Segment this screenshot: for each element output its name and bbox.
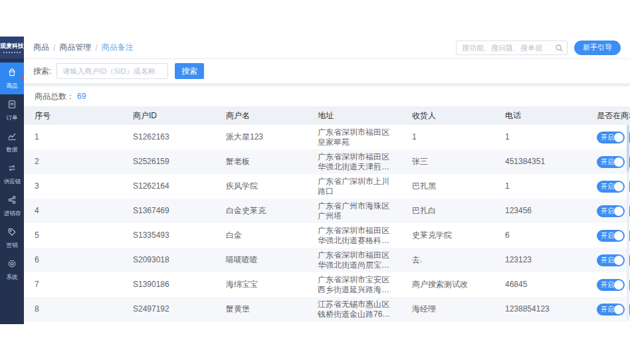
breadcrumb: 商品 / 商品管理 / 商品备注 xyxy=(33,42,134,53)
cell-phone: 1 xyxy=(494,125,586,149)
toggle-knob-icon xyxy=(614,280,623,290)
toggle-knob-icon xyxy=(614,182,623,191)
logo-text: 观麦科技 xyxy=(0,42,24,50)
cell-address: 广东省深圳市福田区华强北街道赛格科技园公寓区 xyxy=(307,223,401,248)
toggle-knob-icon xyxy=(614,256,623,265)
col-header-index: 序号 xyxy=(24,106,122,125)
cell-merchant-name: 蟹老板 xyxy=(215,149,307,174)
cell-phone: 6 xyxy=(494,223,586,248)
merchant-search-input[interactable] xyxy=(56,63,168,79)
mall-display-toggle[interactable]: 开启 xyxy=(597,181,625,193)
total-row: 商品总数： 69 xyxy=(24,86,630,106)
table-row: 6 S2093018 嘻唛喳喳 广东省深圳市福田区华强北街道尚层宝弘商务大厦 去… xyxy=(24,248,630,272)
exchange-icon xyxy=(7,163,17,176)
mall-display-toggle[interactable]: 开启 xyxy=(597,304,625,316)
vertical-scrollbar[interactable] xyxy=(627,125,629,320)
cell-mall-display: 开启开启 xyxy=(586,248,630,272)
cell-address: 广东省广深圳市上川路口 xyxy=(307,174,401,199)
cell-phone: 451384351 xyxy=(494,149,586,174)
sidebar-item-system[interactable]: 系统 xyxy=(0,254,24,286)
cell-phone: 123123 xyxy=(494,248,586,272)
mall-display-toggle[interactable]: 开启 xyxy=(597,230,625,242)
cell-index: 2 xyxy=(24,149,122,174)
table-row: 1 S1262163 派大星123 广东省深圳市福田区皇家翠苑 1 1 开启开启 xyxy=(24,125,630,149)
toggle-knob-icon xyxy=(614,207,623,216)
cell-merchant-name: 嘻唛喳喳 xyxy=(215,248,307,272)
filter-label: 搜索: xyxy=(33,66,51,77)
cell-merchant-name: 蟹黄堡 xyxy=(215,297,307,321)
table-row: 2 S2526159 蟹老板 广东省深圳市福田区华强北街道天津煎饼果子上步工业区… xyxy=(24,149,630,174)
sidebar-item-label: 系统 xyxy=(6,273,17,281)
col-header-merchant-id: 商户ID xyxy=(122,106,215,125)
sidebar-item-data[interactable]: 数据 xyxy=(0,126,24,158)
logo[interactable]: 观麦科技 xyxy=(0,37,24,58)
sidebar-item-goods[interactable]: 商品 xyxy=(0,62,24,94)
breadcrumb-goods[interactable]: 商品 xyxy=(33,42,49,53)
cell-index: 4 xyxy=(24,199,122,223)
cell-address: 广东省广州市海珠区广州塔 xyxy=(307,199,401,223)
cell-mall-display: 开启开启 xyxy=(586,149,630,174)
table-body: 1 S1262163 派大星123 广东省深圳市福田区皇家翠苑 1 1 开启开启… xyxy=(24,125,630,321)
cell-address: 广东省深圳市宝安区西乡街道延兴路海滨公园 xyxy=(307,272,401,297)
global-search-input[interactable] xyxy=(456,41,568,55)
toggle-knob-icon xyxy=(614,231,623,240)
sidebar-item-label: 供应链 xyxy=(3,177,21,185)
cell-merchant-name: 疾风学院 xyxy=(215,174,307,199)
table-row: 3 S1262164 疾风学院 广东省广深圳市上川路口 巴扎黑 1 开启开启 xyxy=(24,174,630,199)
mall-display-toggle[interactable]: 开启 xyxy=(597,132,625,143)
cell-address: 广东省深圳市福田区皇家翠苑 xyxy=(307,125,401,149)
mall-display-toggle[interactable]: 开启 xyxy=(597,254,625,266)
cell-mall-display: 开启开启 xyxy=(586,125,630,149)
cell-phone: 46845 xyxy=(494,272,586,297)
sidebar-item-orders[interactable]: 订单 xyxy=(0,94,24,126)
cell-merchant-id: S2093018 xyxy=(122,248,215,272)
col-header-merchant-name: 商户名 xyxy=(215,106,307,125)
content-panel: 搜索: 搜索 商品总数： 69 序号 xyxy=(24,59,630,324)
toggle-knob-icon xyxy=(614,133,623,142)
share-icon xyxy=(7,195,17,208)
cell-merchant-name: 海绵宝宝 xyxy=(215,272,307,297)
col-header-address: 地址 xyxy=(307,106,401,125)
mall-display-toggle[interactable]: 开启 xyxy=(597,279,625,291)
cell-phone: 123456 xyxy=(494,199,586,223)
cell-receiver: 张三 xyxy=(401,149,494,174)
mall-display-toggle[interactable]: 开启 xyxy=(597,205,625,217)
cell-index: 3 xyxy=(24,174,122,199)
cell-receiver: 史莱克学院 xyxy=(401,223,494,248)
sidebar-item-label: 数据 xyxy=(6,145,17,153)
active-marker-icon xyxy=(21,76,24,81)
cell-receiver: 商户搜索测试改 xyxy=(401,272,494,297)
cell-merchant-name: 白金 xyxy=(215,223,307,248)
cell-receiver: 海经理 xyxy=(401,297,494,321)
cell-address: 江苏省无锡市惠山区钱桥街道金山路76号宝晟精密轴承 xyxy=(307,297,401,321)
newbie-guide-button[interactable]: 新手引导 xyxy=(574,41,621,55)
sidebar-item-supply-chain[interactable]: 供应链 xyxy=(0,158,24,190)
search-icon xyxy=(555,43,564,52)
breadcrumb-goods-management[interactable]: 商品管理 xyxy=(59,42,91,53)
scrollbar-thumb[interactable] xyxy=(627,125,629,171)
sidebar-item-inventory[interactable]: 进销存 xyxy=(0,190,24,222)
cell-merchant-id: S1262163 xyxy=(122,125,215,149)
cell-mall-display: 开启开启 xyxy=(586,223,630,248)
total-label: 商品总数： xyxy=(35,91,74,102)
col-header-mall-display: 是否在商城展 xyxy=(586,106,630,125)
bag-icon xyxy=(7,67,17,80)
breadcrumb-current-page: 商品备注 xyxy=(102,42,134,53)
cell-mall-display: 开启开启 xyxy=(586,297,630,321)
cell-address: 广东省深圳市福田区华强北街道天津煎饼果子上步工业区 xyxy=(307,149,401,174)
sidebar-item-label: 商品 xyxy=(6,82,17,90)
cell-index: 7 xyxy=(24,272,122,297)
logo-subtext xyxy=(3,52,21,53)
col-header-phone: 电话 xyxy=(494,106,586,125)
cell-merchant-id: S1390186 xyxy=(122,272,215,297)
app-window: 观麦科技 商品 订单 数据 xyxy=(0,37,630,324)
mall-display-toggle[interactable]: 开启 xyxy=(597,156,625,168)
sidebar-item-marketing[interactable]: 营销 xyxy=(0,222,24,254)
search-button[interactable]: 搜索 xyxy=(175,63,204,79)
table-row: 8 S2497192 蟹黄堡 江苏省无锡市惠山区钱桥街道金山路76号宝晟精密轴承… xyxy=(24,297,630,321)
cell-merchant-id: S2497192 xyxy=(122,297,215,321)
breadcrumb-separator: / xyxy=(53,43,55,52)
cell-receiver: 巴扎黑 xyxy=(401,174,494,199)
cell-index: 8 xyxy=(24,297,122,321)
cell-mall-display: 开启开启 xyxy=(586,174,630,199)
